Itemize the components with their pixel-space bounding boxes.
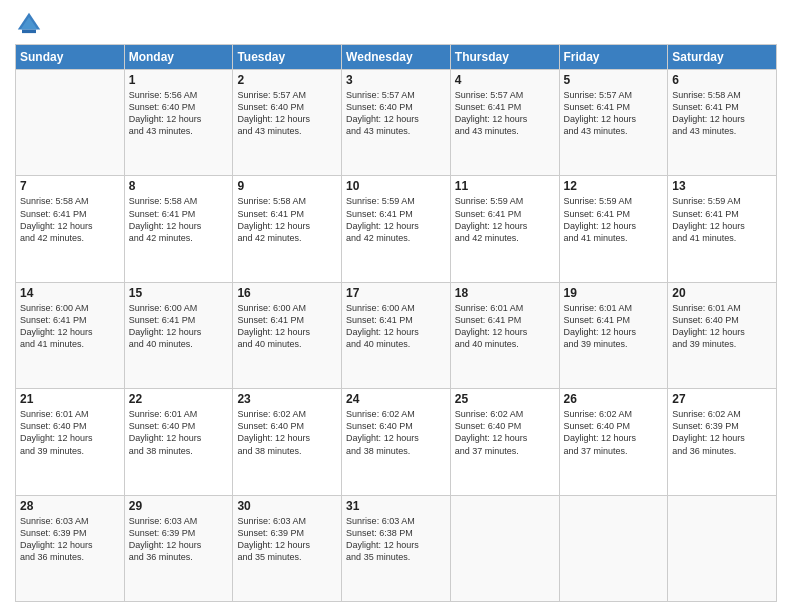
cell-info: Sunrise: 5:58 AM Sunset: 6:41 PM Dayligh…: [20, 195, 120, 244]
cell-info: Sunrise: 6:03 AM Sunset: 6:39 PM Dayligh…: [129, 515, 229, 564]
day-number: 26: [564, 392, 664, 406]
day-number: 15: [129, 286, 229, 300]
calendar-cell: 12Sunrise: 5:59 AM Sunset: 6:41 PM Dayli…: [559, 176, 668, 282]
cell-info: Sunrise: 6:02 AM Sunset: 6:39 PM Dayligh…: [672, 408, 772, 457]
cell-info: Sunrise: 6:03 AM Sunset: 6:39 PM Dayligh…: [20, 515, 120, 564]
cell-info: Sunrise: 6:03 AM Sunset: 6:38 PM Dayligh…: [346, 515, 446, 564]
cell-info: Sunrise: 6:01 AM Sunset: 6:40 PM Dayligh…: [672, 302, 772, 351]
day-number: 13: [672, 179, 772, 193]
cell-info: Sunrise: 5:57 AM Sunset: 6:40 PM Dayligh…: [346, 89, 446, 138]
day-number: 16: [237, 286, 337, 300]
cell-info: Sunrise: 6:01 AM Sunset: 6:41 PM Dayligh…: [455, 302, 555, 351]
calendar-week-row: 7Sunrise: 5:58 AM Sunset: 6:41 PM Daylig…: [16, 176, 777, 282]
weekday-header: Friday: [559, 45, 668, 70]
day-number: 31: [346, 499, 446, 513]
cell-info: Sunrise: 6:00 AM Sunset: 6:41 PM Dayligh…: [20, 302, 120, 351]
calendar-cell: 15Sunrise: 6:00 AM Sunset: 6:41 PM Dayli…: [124, 282, 233, 388]
cell-info: Sunrise: 5:58 AM Sunset: 6:41 PM Dayligh…: [672, 89, 772, 138]
cell-info: Sunrise: 5:59 AM Sunset: 6:41 PM Dayligh…: [672, 195, 772, 244]
calendar-header-row: SundayMondayTuesdayWednesdayThursdayFrid…: [16, 45, 777, 70]
cell-info: Sunrise: 6:02 AM Sunset: 6:40 PM Dayligh…: [455, 408, 555, 457]
logo-icon: [15, 10, 43, 38]
day-number: 14: [20, 286, 120, 300]
weekday-header: Sunday: [16, 45, 125, 70]
header: [15, 10, 777, 38]
calendar-cell: 21Sunrise: 6:01 AM Sunset: 6:40 PM Dayli…: [16, 389, 125, 495]
calendar-cell: 27Sunrise: 6:02 AM Sunset: 6:39 PM Dayli…: [668, 389, 777, 495]
day-number: 25: [455, 392, 555, 406]
calendar-week-row: 14Sunrise: 6:00 AM Sunset: 6:41 PM Dayli…: [16, 282, 777, 388]
calendar-cell: 28Sunrise: 6:03 AM Sunset: 6:39 PM Dayli…: [16, 495, 125, 601]
day-number: 9: [237, 179, 337, 193]
cell-info: Sunrise: 6:02 AM Sunset: 6:40 PM Dayligh…: [237, 408, 337, 457]
cell-info: Sunrise: 6:03 AM Sunset: 6:39 PM Dayligh…: [237, 515, 337, 564]
cell-info: Sunrise: 5:57 AM Sunset: 6:40 PM Dayligh…: [237, 89, 337, 138]
calendar-week-row: 28Sunrise: 6:03 AM Sunset: 6:39 PM Dayli…: [16, 495, 777, 601]
cell-info: Sunrise: 5:59 AM Sunset: 6:41 PM Dayligh…: [455, 195, 555, 244]
calendar-cell: [450, 495, 559, 601]
calendar-cell: [668, 495, 777, 601]
cell-info: Sunrise: 5:59 AM Sunset: 6:41 PM Dayligh…: [346, 195, 446, 244]
cell-info: Sunrise: 5:58 AM Sunset: 6:41 PM Dayligh…: [237, 195, 337, 244]
page: SundayMondayTuesdayWednesdayThursdayFrid…: [0, 0, 792, 612]
day-number: 17: [346, 286, 446, 300]
weekday-header: Saturday: [668, 45, 777, 70]
day-number: 22: [129, 392, 229, 406]
cell-info: Sunrise: 5:56 AM Sunset: 6:40 PM Dayligh…: [129, 89, 229, 138]
calendar-cell: 4Sunrise: 5:57 AM Sunset: 6:41 PM Daylig…: [450, 70, 559, 176]
weekday-header: Monday: [124, 45, 233, 70]
cell-info: Sunrise: 5:57 AM Sunset: 6:41 PM Dayligh…: [455, 89, 555, 138]
calendar-cell: 13Sunrise: 5:59 AM Sunset: 6:41 PM Dayli…: [668, 176, 777, 282]
weekday-header: Tuesday: [233, 45, 342, 70]
calendar-cell: 8Sunrise: 5:58 AM Sunset: 6:41 PM Daylig…: [124, 176, 233, 282]
day-number: 29: [129, 499, 229, 513]
calendar-cell: 30Sunrise: 6:03 AM Sunset: 6:39 PM Dayli…: [233, 495, 342, 601]
calendar-cell: 22Sunrise: 6:01 AM Sunset: 6:40 PM Dayli…: [124, 389, 233, 495]
cell-info: Sunrise: 6:00 AM Sunset: 6:41 PM Dayligh…: [129, 302, 229, 351]
calendar-week-row: 1Sunrise: 5:56 AM Sunset: 6:40 PM Daylig…: [16, 70, 777, 176]
calendar-cell: 23Sunrise: 6:02 AM Sunset: 6:40 PM Dayli…: [233, 389, 342, 495]
day-number: 4: [455, 73, 555, 87]
calendar-cell: 5Sunrise: 5:57 AM Sunset: 6:41 PM Daylig…: [559, 70, 668, 176]
day-number: 5: [564, 73, 664, 87]
calendar-cell: 1Sunrise: 5:56 AM Sunset: 6:40 PM Daylig…: [124, 70, 233, 176]
calendar-week-row: 21Sunrise: 6:01 AM Sunset: 6:40 PM Dayli…: [16, 389, 777, 495]
cell-info: Sunrise: 6:00 AM Sunset: 6:41 PM Dayligh…: [346, 302, 446, 351]
day-number: 7: [20, 179, 120, 193]
calendar-cell: 29Sunrise: 6:03 AM Sunset: 6:39 PM Dayli…: [124, 495, 233, 601]
day-number: 3: [346, 73, 446, 87]
cell-info: Sunrise: 6:02 AM Sunset: 6:40 PM Dayligh…: [346, 408, 446, 457]
logo: [15, 10, 47, 38]
calendar-cell: 14Sunrise: 6:00 AM Sunset: 6:41 PM Dayli…: [16, 282, 125, 388]
calendar-cell: 20Sunrise: 6:01 AM Sunset: 6:40 PM Dayli…: [668, 282, 777, 388]
cell-info: Sunrise: 5:57 AM Sunset: 6:41 PM Dayligh…: [564, 89, 664, 138]
day-number: 10: [346, 179, 446, 193]
cell-info: Sunrise: 5:59 AM Sunset: 6:41 PM Dayligh…: [564, 195, 664, 244]
calendar-cell: 9Sunrise: 5:58 AM Sunset: 6:41 PM Daylig…: [233, 176, 342, 282]
calendar-cell: 10Sunrise: 5:59 AM Sunset: 6:41 PM Dayli…: [342, 176, 451, 282]
calendar-cell: [559, 495, 668, 601]
day-number: 30: [237, 499, 337, 513]
calendar-cell: [16, 70, 125, 176]
day-number: 8: [129, 179, 229, 193]
day-number: 20: [672, 286, 772, 300]
calendar-cell: 24Sunrise: 6:02 AM Sunset: 6:40 PM Dayli…: [342, 389, 451, 495]
cell-info: Sunrise: 6:01 AM Sunset: 6:40 PM Dayligh…: [20, 408, 120, 457]
day-number: 11: [455, 179, 555, 193]
calendar-cell: 6Sunrise: 5:58 AM Sunset: 6:41 PM Daylig…: [668, 70, 777, 176]
calendar-table: SundayMondayTuesdayWednesdayThursdayFrid…: [15, 44, 777, 602]
day-number: 19: [564, 286, 664, 300]
day-number: 24: [346, 392, 446, 406]
day-number: 27: [672, 392, 772, 406]
day-number: 28: [20, 499, 120, 513]
day-number: 1: [129, 73, 229, 87]
cell-info: Sunrise: 6:02 AM Sunset: 6:40 PM Dayligh…: [564, 408, 664, 457]
calendar-cell: 25Sunrise: 6:02 AM Sunset: 6:40 PM Dayli…: [450, 389, 559, 495]
day-number: 21: [20, 392, 120, 406]
calendar-cell: 19Sunrise: 6:01 AM Sunset: 6:41 PM Dayli…: [559, 282, 668, 388]
weekday-header: Thursday: [450, 45, 559, 70]
calendar-cell: 11Sunrise: 5:59 AM Sunset: 6:41 PM Dayli…: [450, 176, 559, 282]
calendar-cell: 2Sunrise: 5:57 AM Sunset: 6:40 PM Daylig…: [233, 70, 342, 176]
cell-info: Sunrise: 5:58 AM Sunset: 6:41 PM Dayligh…: [129, 195, 229, 244]
calendar-cell: 7Sunrise: 5:58 AM Sunset: 6:41 PM Daylig…: [16, 176, 125, 282]
